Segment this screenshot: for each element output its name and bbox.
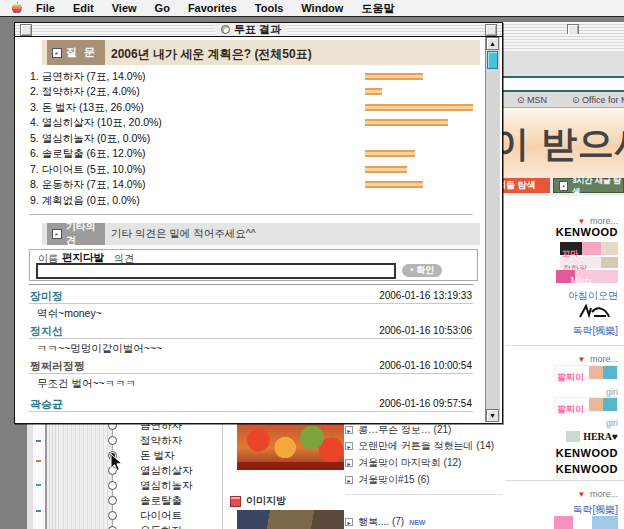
board-item-label: 오랜만에 커튼을 젖혔는데 (14): [358, 439, 494, 453]
vote-results-window: 투표 결과 ▸ 질 문 2006년 내가 세운 계획은? (전체50표) 1. …: [14, 22, 503, 424]
lantern-photo[interactable]: [237, 420, 344, 470]
opinion-input[interactable]: [36, 263, 396, 279]
menu-go[interactable]: Go: [146, 2, 179, 14]
section-bullet-icon: ▸: [52, 48, 62, 58]
fav-circle-icon: ⊙: [572, 95, 580, 105]
dokrak-link[interactable]: 독락[獨樂]: [572, 503, 618, 517]
giri-link[interactable]: giri: [606, 418, 618, 428]
radio-label[interactable]: 다이어트: [140, 509, 182, 523]
radio-label[interactable]: 열심히살자: [140, 464, 193, 478]
kenwood-logo[interactable]: KENWOOD: [556, 226, 618, 238]
board-item[interactable]: ▸ 겨울맞이 마지막회 (12): [345, 456, 461, 470]
scroll-thumb[interactable]: [487, 51, 498, 69]
menu-tools[interactable]: Tools: [246, 2, 293, 14]
radio-option-7[interactable]: [108, 511, 117, 520]
opinion-hint: 기타 의견은 밑에 적어주세요^^: [111, 227, 256, 241]
image-room-header[interactable]: 이미지방: [230, 494, 286, 508]
hera-ad-banner[interactable]: HERA♥: [566, 431, 618, 442]
kenwood-logo[interactable]: KENWOOD: [556, 463, 618, 475]
question-tab: ▸ 질 문: [47, 40, 105, 65]
comment-author[interactable]: 곽승균: [30, 397, 63, 412]
mini-link-mark[interactable]: [36, 484, 41, 486]
dialog-scrollbar[interactable]: ▲ ▼: [485, 37, 500, 422]
radio-label[interactable]: 운동하자: [140, 524, 182, 529]
tab-green-label: 3시간 새글 탐색: [572, 175, 623, 197]
collapse-box[interactable]: [485, 24, 497, 36]
hera-ad-label: HERA♥: [583, 431, 618, 442]
board-item[interactable]: ▸ 행복.... (7) NEW: [345, 515, 425, 529]
scroll-up-arrow[interactable]: ▲: [486, 37, 499, 50]
column-divider: [222, 422, 223, 529]
second-photo[interactable]: [237, 510, 344, 529]
favorite-msn[interactable]: ⊙ MSN: [517, 95, 547, 105]
kenwood-logo[interactable]: KENWOOD: [556, 447, 618, 459]
paljji-ad-banner[interactable]: 팔찌이: [554, 397, 618, 412]
menu-help[interactable]: 도움말: [352, 1, 403, 16]
board-list: ▸ 콩…무슨 정보… (21) ▸ 오랜만에 커튼을 젖혔는데 (14) ▸ 겨…: [345, 420, 503, 529]
dokrak-link[interactable]: 독락[獨樂]: [572, 324, 618, 338]
menu-file[interactable]: File: [27, 2, 64, 14]
menu-edit[interactable]: Edit: [64, 2, 103, 14]
giri-link[interactable]: giri: [606, 387, 618, 397]
comment-author[interactable]: 쩡쩌러정쩡: [30, 359, 85, 374]
poll-row: 3. 돈 벌자 (13표, 26.0%): [30, 101, 144, 115]
menu-view[interactable]: View: [103, 2, 146, 14]
comment-author[interactable]: 정지선: [30, 324, 63, 339]
radio-option-5[interactable]: [108, 481, 117, 490]
paljji-ad-banner[interactable]: 팔찌이: [554, 365, 618, 380]
board-item-label: 겨울맞이#15 (6): [358, 473, 430, 487]
submit-button[interactable]: ‣ 확인: [402, 264, 442, 277]
scroll-down-arrow[interactable]: ▼: [486, 409, 499, 422]
more-label: more...: [590, 489, 618, 499]
poll-bar: [365, 104, 473, 111]
favorite-office[interactable]: ⊙ Office for Macin: [572, 95, 624, 105]
radio-label[interactable]: 절약하자: [140, 434, 182, 448]
mini-link-mark[interactable]: [36, 440, 41, 442]
banner-text: 이 받으세: [493, 120, 624, 169]
mini-link-mark[interactable]: [36, 460, 41, 462]
comment-date: 2006-01-16 10:00:54: [379, 360, 472, 371]
menu-bar: File Edit View Go Favorites Tools Window…: [0, 0, 624, 17]
menu-favorites[interactable]: Favorites: [179, 2, 246, 14]
checkbox-icon: ▪: [559, 181, 568, 191]
post-bullet-icon: ▸: [345, 518, 353, 526]
post-bullet-icon: ▸: [345, 459, 353, 467]
menu-window[interactable]: Window: [292, 2, 352, 14]
poll-row: 1. 금연하자 (7표, 14.0%): [30, 70, 146, 84]
question-tab-label: 질 문: [66, 45, 97, 60]
question-total: (전체50표): [254, 47, 311, 61]
mini-link-mark[interactable]: [36, 510, 41, 512]
kkoma-ad-banner[interactable]: 꼬마: [560, 242, 618, 255]
signature-scribble[interactable]: [576, 303, 610, 321]
apple-menu-icon[interactable]: [10, 1, 23, 15]
comment-date: 2006-01-16 10:53:06: [379, 325, 472, 336]
radio-label[interactable]: 열심히놀자: [140, 479, 193, 493]
poll-row: 2. 절약하자 (2표, 4.0%): [30, 85, 140, 99]
section-bullet-icon: ▸: [52, 229, 62, 239]
radio-option-2[interactable]: [108, 436, 117, 445]
radio-label[interactable]: 돈 벌자: [140, 449, 174, 463]
bottom-ad-banner[interactable]: [554, 516, 618, 529]
board-item[interactable]: ▸ 콩…무슨 정보… (21): [345, 423, 451, 437]
poll-bar: [365, 181, 423, 188]
more-link[interactable]: ▼ more...: [578, 348, 618, 366]
radio-option-6[interactable]: [108, 496, 117, 505]
morning-link[interactable]: 아침이오면: [568, 289, 618, 303]
board-item-label: 겨울맞이 마지막회 (12): [358, 456, 461, 470]
close-box[interactable]: [20, 24, 32, 36]
dialog-content: ▸ 질 문 2006년 내가 세운 계획은? (전체50표) 1. 금연하자 (…: [15, 37, 500, 422]
misty-ad-banner[interactable]: Misty: [556, 270, 618, 283]
jeonharang-ad-banner[interactable]: 전하랑: [560, 257, 618, 268]
dialog-titlebar[interactable]: 투표 결과: [15, 23, 502, 37]
tab-green-search[interactable]: ▪ 3시간 새글 탐색: [553, 178, 624, 193]
board-item[interactable]: ▸ 오랜만에 커튼을 젖혔는데 (14): [345, 439, 494, 453]
comment-text: 무조건 벌어~~ㅋㅋㅋ: [37, 377, 136, 391]
fav-circle-icon: ⊙: [517, 95, 525, 105]
comment-author[interactable]: 장미정: [30, 289, 63, 304]
board-item[interactable]: ▸ 겨울맞이#15 (6): [345, 473, 430, 487]
new-badge: NEW: [409, 519, 425, 526]
more-link[interactable]: ▼ more...: [578, 483, 618, 501]
poll-bar: [365, 166, 407, 173]
more-triangle-icon: ▼: [578, 355, 586, 364]
radio-label[interactable]: 솔로탈출: [140, 494, 182, 508]
